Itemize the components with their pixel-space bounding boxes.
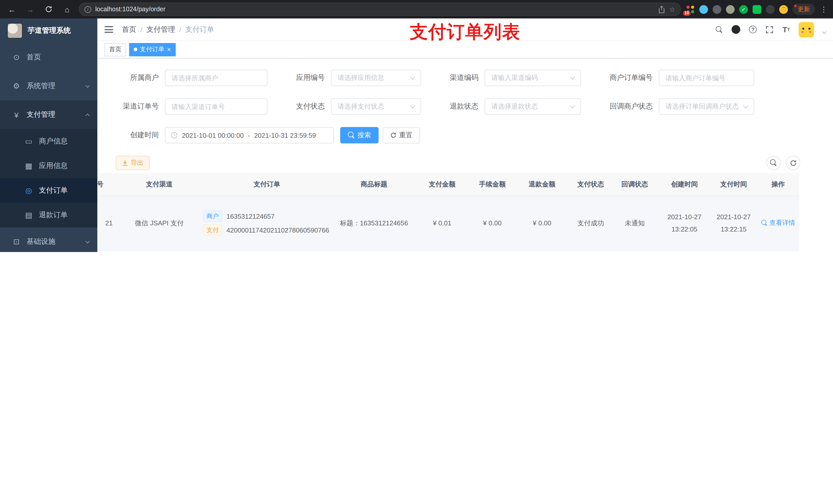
- column-header: 支付时间: [710, 173, 757, 196]
- pay-status-select[interactable]: 请选择支付状态: [331, 98, 421, 115]
- export-button[interactable]: 导出: [116, 156, 149, 170]
- search-icon: [716, 26, 723, 33]
- merchant-order-no-input[interactable]: [659, 70, 754, 86]
- font-size-button[interactable]: TT: [783, 25, 790, 34]
- orders-table-container: 编号 支付渠道 支付订单 商品标题 支付金额 手续金额 退款金额 支付状态 回调…: [97, 173, 833, 252]
- refund-amount: ¥ 0.00: [513, 250, 571, 252]
- browser-home-button[interactable]: ⌂: [61, 3, 74, 16]
- refresh-table-button[interactable]: [786, 156, 800, 170]
- bookmark-star-icon[interactable]: ☆: [669, 5, 675, 13]
- sidebar-item-label: 支付管理: [27, 110, 86, 119]
- sidebar-toggle-icon[interactable]: [104, 24, 115, 34]
- order-table-body: 21 微信 JSAPI 支付 商户 1635312124657 支付 42000…: [97, 196, 799, 252]
- notify-status-select[interactable]: 请选择订单回调商户状态: [659, 98, 754, 115]
- browser-forward-button[interactable]: →: [24, 3, 37, 16]
- filter-label: 所属商户: [116, 73, 159, 82]
- filter-label: 渠道订单号: [116, 102, 159, 111]
- app-grid-icon: ▦: [23, 161, 35, 171]
- user-avatar[interactable]: [799, 22, 814, 37]
- reset-button[interactable]: 重置: [383, 127, 420, 143]
- pay-amount: ¥ 0.01: [413, 196, 471, 250]
- orders-table: 编号 支付渠道 支付订单 商品标题 支付金额 手续金额 退款金额 支付状态 回调…: [97, 173, 799, 252]
- toggle-search-button[interactable]: [766, 156, 781, 170]
- sidebar-item-payment[interactable]: ¥ 支付管理: [0, 100, 97, 129]
- breadcrumb-separator: /: [140, 25, 142, 33]
- sidebar-item-label: 商户信息: [39, 137, 89, 146]
- merchant-filter-input[interactable]: [165, 70, 267, 86]
- filter-label: 支付状态: [282, 102, 325, 111]
- reload-icon: [45, 6, 52, 13]
- fullscreen-button[interactable]: [766, 25, 774, 33]
- table-toolbar: 导出: [97, 156, 833, 170]
- fee-amount: ¥ 0.00: [471, 196, 513, 250]
- tab-close-icon[interactable]: ×: [167, 46, 171, 53]
- tab-home[interactable]: 首页: [104, 43, 126, 56]
- breadcrumb-home[interactable]: 首页: [122, 25, 136, 34]
- extension-icon[interactable]: [713, 5, 721, 14]
- site-info-icon[interactable]: i: [85, 6, 91, 13]
- table-header-row: 编号 支付渠道 支付订单 商品标题 支付金额 手续金额 退款金额 支付状态 回调…: [97, 173, 799, 196]
- sidebar-item-refund-order[interactable]: ▤ 退款订单: [0, 203, 97, 227]
- refresh-icon: [790, 160, 796, 166]
- address-bar[interactable]: i localhost:1024/pay/order ☆: [79, 3, 681, 16]
- extension-icon[interactable]: [699, 5, 708, 14]
- create-time: 2021-10-27 13:22:05: [659, 196, 710, 250]
- extension-icon[interactable]: [726, 5, 735, 14]
- channel-order-no-input[interactable]: [165, 98, 267, 115]
- column-header: 编号: [97, 173, 120, 196]
- chevron-down-icon: [86, 83, 90, 88]
- browser-update-button[interactable]: 更新: [792, 4, 815, 15]
- refund-amount: ¥ 0.00: [513, 196, 571, 250]
- tab-pay-order[interactable]: 支付订单 ×: [129, 43, 175, 56]
- search-button[interactable]: 搜索: [340, 127, 379, 143]
- avatar-caret-icon[interactable]: [822, 29, 827, 34]
- pay-tag: 支付: [203, 224, 222, 236]
- browser-reload-button[interactable]: [42, 3, 55, 16]
- channel-code-select[interactable]: 请输入渠道编码: [485, 70, 581, 86]
- pay-channel: 微信 JSAPI 支付: [120, 196, 199, 250]
- extension-icon[interactable]: ˇˇ: [779, 5, 788, 14]
- breadcrumb: 首页 / 支付管理 / 支付订单: [122, 25, 214, 34]
- sidebar-item-pay-order[interactable]: ◎ 支付订单: [0, 178, 97, 203]
- sidebar-item-infra[interactable]: ⊡ 基础设施: [0, 227, 97, 252]
- refund-status-select[interactable]: 请选择退款状态: [485, 98, 581, 115]
- app-id-select[interactable]: 请选择应用信息: [331, 70, 421, 86]
- app-title: 芋道管理系统: [28, 26, 71, 35]
- extension-icon[interactable]: ✓: [739, 5, 748, 14]
- sidebar-logo[interactable]: 芋道管理系统: [0, 19, 97, 43]
- infra-icon: ⊡: [10, 237, 23, 246]
- main-area: 首页 / 支付管理 / 支付订单 支付订单列表 ? TT: [97, 19, 833, 252]
- sidebar-item-home[interactable]: ⊙ 首页: [0, 43, 97, 72]
- product-title: 标题：1635311949168: [335, 250, 413, 252]
- header-search-button[interactable]: [716, 26, 723, 33]
- create-time-range-picker[interactable]: 2021-10-01 00:00:00 - 2021-10-31 23:59:5…: [165, 127, 334, 143]
- page-annotation: 支付订单列表: [410, 20, 521, 44]
- extension-icon[interactable]: [766, 5, 775, 14]
- page-content: 所属商户 应用编号 请选择应用信息 渠道编码 请输入渠道编码: [97, 58, 833, 252]
- order-id: 20: [97, 250, 120, 252]
- breadcrumb-payment[interactable]: 支付管理: [146, 25, 175, 34]
- notify-status: 未通知: [611, 196, 659, 250]
- browser-toolbar: ← → ⌂ i localhost:1024/pay/order ☆ 10 ✓ …: [0, 0, 833, 19]
- share-icon[interactable]: [659, 5, 665, 13]
- extension-icon[interactable]: [753, 5, 761, 14]
- column-header: 手续金额: [471, 173, 513, 196]
- order-id: 21: [97, 196, 120, 250]
- browser-menu-icon[interactable]: ⋮: [820, 5, 828, 13]
- help-button[interactable]: ?: [749, 26, 757, 33]
- sidebar-item-merchant-info[interactable]: ▭ 商户信息: [0, 129, 97, 154]
- browser-extensions: 10 ✓ ˇˇ 更新 ⋮: [686, 4, 828, 15]
- pay-line: 支付 4200001174202110278060590766: [203, 224, 331, 236]
- browser-back-button[interactable]: ←: [5, 3, 19, 16]
- sidebar-item-system[interactable]: ⚙ 系统管理: [0, 72, 97, 100]
- select-placeholder: 请选择支付状态: [338, 102, 384, 111]
- filter-row-1: 所属商户 应用编号 请选择应用信息 渠道编码 请输入渠道编码: [97, 70, 833, 86]
- refund-doc-icon: ▤: [23, 211, 35, 220]
- view-detail-link[interactable]: 查看详情: [761, 219, 795, 227]
- extension-icon[interactable]: 10: [686, 5, 695, 14]
- sidebar-item-app-info[interactable]: ▦ 应用信息: [0, 154, 97, 178]
- header-actions: ? TT: [716, 22, 826, 37]
- export-button-label: 导出: [130, 159, 143, 167]
- pay-status: 支付成功: [571, 196, 611, 250]
- github-button[interactable]: [732, 25, 740, 34]
